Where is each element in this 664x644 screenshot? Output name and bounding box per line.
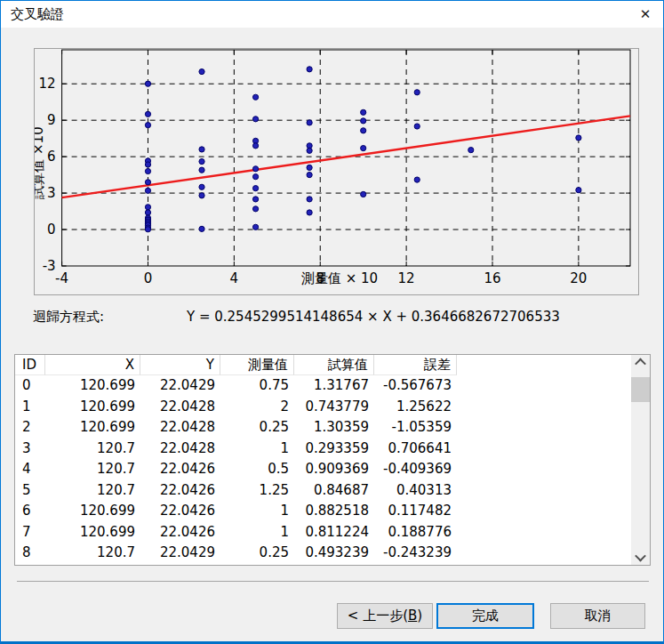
column-header[interactable]: X bbox=[45, 355, 140, 375]
column-header[interactable]: ID bbox=[15, 355, 45, 375]
table-cell: 2 bbox=[15, 417, 45, 439]
table-cell: 0.25 bbox=[220, 417, 294, 439]
back-button[interactable]: < 上一步(B) bbox=[337, 603, 433, 629]
table-cell: 1.25 bbox=[220, 480, 294, 502]
scrollbar-up-button[interactable] bbox=[631, 355, 650, 370]
table-cell: 120.699 bbox=[45, 397, 140, 418]
scatter-chart: -4048121620-3036912測量值 × 10試算值 ×10 bbox=[35, 49, 638, 294]
table-cell: 1 bbox=[15, 397, 45, 418]
equation-label: 迴歸方程式: bbox=[33, 309, 104, 326]
svg-text:16: 16 bbox=[484, 270, 500, 286]
table-cell: 0.117482 bbox=[374, 501, 457, 522]
table-cell: 22.0426 bbox=[140, 522, 220, 543]
close-icon[interactable]: ✕ bbox=[628, 1, 662, 28]
table-cell: 120.7 bbox=[45, 480, 140, 502]
equation-row: 迴歸方程式: Y = 0.2545299514148654 × X + 0.36… bbox=[1, 309, 663, 326]
table-cell: 22.0428 bbox=[140, 397, 220, 418]
column-header[interactable]: 誤差 bbox=[374, 355, 457, 375]
table-row[interactable]: 3120.722.042810.2933590.706641 bbox=[15, 439, 457, 460]
table-cell: -0.243239 bbox=[374, 543, 457, 564]
table-cell: 22.0429 bbox=[140, 375, 220, 397]
equation-text: Y = 0.2545299514148654 × X + 0.364668267… bbox=[187, 309, 560, 325]
table-cell: 6 bbox=[15, 501, 45, 522]
table-row[interactable]: 5120.722.04261.250.846870.40313 bbox=[15, 480, 457, 502]
table-cell: 22.0429 bbox=[140, 543, 220, 564]
svg-text:試算值 ×10: 試算值 ×10 bbox=[35, 126, 46, 199]
table-cell: 8 bbox=[15, 543, 45, 564]
table-header: IDXY測量值試算值誤差 bbox=[15, 355, 457, 375]
table-cell: 120.699 bbox=[45, 417, 140, 439]
table-cell: 7 bbox=[15, 522, 45, 543]
table-cell: 22.0426 bbox=[140, 480, 220, 502]
svg-text:20: 20 bbox=[570, 270, 587, 286]
table-cell: 0.493239 bbox=[294, 543, 374, 564]
vertical-scrollbar[interactable] bbox=[631, 355, 650, 565]
table-cell: 1.30359 bbox=[294, 417, 374, 439]
table-row[interactable]: 2120.69922.04280.251.30359-1.05359 bbox=[15, 417, 457, 439]
button-area-separator bbox=[17, 581, 649, 582]
column-header[interactable]: 試算值 bbox=[294, 355, 374, 375]
back-button-accesskey: B bbox=[408, 608, 417, 624]
svg-text:-3: -3 bbox=[43, 258, 56, 274]
table-row[interactable]: 6120.69922.042610.8825180.117482 bbox=[15, 501, 457, 522]
column-header[interactable]: Y bbox=[140, 355, 220, 375]
table-cell: 1 bbox=[220, 439, 294, 460]
chevron-up-icon bbox=[635, 358, 646, 370]
table-cell: -1.05359 bbox=[374, 417, 457, 439]
column-header[interactable]: 測量值 bbox=[220, 355, 294, 375]
table-cell: -0.567673 bbox=[374, 375, 457, 397]
table-cell: 3 bbox=[15, 439, 45, 460]
table-cell: 1 bbox=[220, 522, 294, 543]
table-cell: 5 bbox=[15, 480, 45, 502]
chevron-down-icon bbox=[635, 551, 646, 562]
scrollbar-down-button[interactable] bbox=[631, 550, 650, 565]
table-cell: 22.0426 bbox=[140, 501, 220, 522]
cancel-button[interactable]: 取消 bbox=[550, 603, 645, 629]
table-row[interactable]: 1120.69922.042820.7437791.25622 bbox=[15, 397, 457, 418]
back-button-label: < 上一步( bbox=[348, 608, 408, 624]
svg-text:6: 6 bbox=[47, 149, 56, 165]
table-cell: 2 bbox=[220, 397, 294, 418]
table-cell: 0.40313 bbox=[374, 480, 457, 502]
table-body: 0120.69922.04290.751.31767-0.5676731120.… bbox=[15, 375, 457, 564]
chart-panel: -4048121620-3036912測量值 × 10試算值 ×10 bbox=[34, 48, 639, 295]
svg-text:0: 0 bbox=[47, 221, 56, 237]
table-cell: 22.0426 bbox=[140, 459, 220, 480]
table-cell: 0.882518 bbox=[294, 501, 374, 522]
table-row[interactable]: 4120.722.04260.50.909369-0.409369 bbox=[15, 459, 457, 480]
table-cell: 120.7 bbox=[45, 543, 140, 564]
table-cell: 22.0428 bbox=[140, 417, 220, 439]
table-cell: 120.699 bbox=[45, 522, 140, 543]
table-cell: 0.75 bbox=[220, 375, 294, 397]
svg-text:9: 9 bbox=[47, 112, 56, 128]
finish-button[interactable]: 完成 bbox=[436, 603, 534, 629]
svg-text:12: 12 bbox=[39, 76, 56, 92]
dialog-title: 交叉驗證 bbox=[11, 1, 64, 28]
table-cell: 0.84687 bbox=[294, 480, 374, 502]
svg-text:測量值 × 10: 測量值 × 10 bbox=[301, 270, 378, 286]
table-cell: 0.188776 bbox=[374, 522, 457, 543]
table-cell: 0.293359 bbox=[294, 439, 374, 460]
table-cell: 0.909369 bbox=[294, 459, 374, 480]
table-cell: 0.706641 bbox=[374, 439, 457, 460]
table-cell: 0.5 bbox=[220, 459, 294, 480]
titlebar: 交叉驗證 ✕ bbox=[1, 1, 663, 28]
table-cell: 120.7 bbox=[45, 459, 140, 480]
svg-text:0: 0 bbox=[144, 270, 153, 286]
table-cell: 1.25622 bbox=[374, 397, 457, 418]
svg-text:3: 3 bbox=[47, 185, 56, 201]
scrollbar-thumb[interactable] bbox=[631, 377, 650, 402]
table-row[interactable]: 7120.69922.042610.8112240.188776 bbox=[15, 522, 457, 543]
table-cell: 0.811224 bbox=[294, 522, 374, 543]
table-cell: 22.0428 bbox=[140, 439, 220, 460]
svg-text:12: 12 bbox=[398, 270, 415, 286]
table-cell: 1 bbox=[220, 501, 294, 522]
table-row[interactable]: 0120.69922.04290.751.31767-0.567673 bbox=[15, 375, 457, 397]
table-cell: 120.7 bbox=[45, 439, 140, 460]
table-cell: 0 bbox=[15, 375, 45, 397]
svg-text:4: 4 bbox=[230, 270, 239, 286]
table-cell: -0.409369 bbox=[374, 459, 457, 480]
table-cell: 0.25 bbox=[220, 543, 294, 564]
table-cell: 4 bbox=[15, 459, 45, 480]
table-row[interactable]: 8120.722.04290.250.493239-0.243239 bbox=[15, 543, 457, 564]
